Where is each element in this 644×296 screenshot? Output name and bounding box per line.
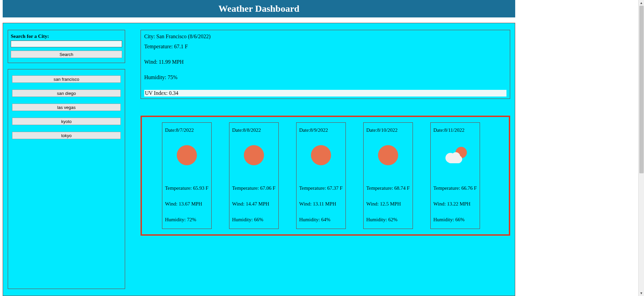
scroll-thumb[interactable] [639,6,644,173]
svg-point-3 [378,145,398,165]
current-city: City: San Francisco (8/6/2022) [144,34,506,40]
forecast-humidity: Humidity: 66% [433,217,477,223]
page-header: Weather Dashboard [3,0,515,17]
forecast-humidity: Humidity: 72% [165,217,209,223]
main-content: Search for a City: Search san francisco … [3,23,515,296]
history-item-2[interactable]: las vegas [12,104,121,111]
forecast-date: Date:8/9/2022 [299,127,343,133]
page-title: Weather Dashboard [218,3,299,14]
sun-icon [232,138,276,172]
current-weather-panel: City: San Francisco (8/6/2022) Temperatu… [141,30,510,99]
forecast-panel: Date:8/7/2022 Temperature: 65.93 F Wind:… [141,116,510,236]
svg-point-2 [311,145,331,165]
current-wind: Wind: 11.99 MPH [144,59,506,65]
current-temp: Temperature: 67.1 F [144,44,506,50]
current-uv: UV Index: 0.34 [144,90,506,97]
forecast-temp: Temperature: 68.74 F [366,185,410,191]
scroll-track[interactable] [639,6,644,290]
svg-point-1 [244,145,264,165]
forecast-date: Date:8/7/2022 [165,127,209,133]
forecast-humidity: Humidity: 66% [232,217,276,223]
forecast-card: Date:8/7/2022 Temperature: 65.93 F Wind:… [162,122,212,229]
forecast-wind: Wind: 12.5 MPH [366,201,410,207]
forecast-card: Date:8/9/2022 Temperature: 67.37 F Wind:… [296,122,346,229]
scroll-down-icon[interactable]: ▼ [639,290,644,296]
scroll-up-icon[interactable]: ▲ [639,0,644,6]
forecast-wind: Wind: 14.47 MPH [232,201,276,207]
forecast-card: Date:8/8/2022 Temperature: 67.06 F Wind:… [229,122,279,229]
forecast-temp: Temperature: 67.37 F [299,185,343,191]
forecast-wind: Wind: 13.22 MPH [433,201,477,207]
svg-rect-8 [448,158,461,163]
forecast-date: Date:8/11/2022 [433,127,477,133]
forecast-date: Date:8/8/2022 [232,127,276,133]
sun-icon [366,138,410,172]
history-item-0[interactable]: san francisco [12,75,121,83]
forecast-temp: Temperature: 66.76 F [433,185,477,191]
forecast-wind: Wind: 13.67 MPH [165,201,209,207]
forecast-humidity: Humidity: 64% [299,217,343,223]
vertical-scrollbar[interactable]: ▲ ▼ [638,0,644,296]
search-input[interactable] [11,41,122,47]
svg-point-0 [177,145,197,165]
history-item-4[interactable]: tokyo [12,132,121,139]
forecast-card: Date:8/10/2022 Temperature: 68.74 F Wind… [363,122,413,229]
search-panel: Search for a City: Search [8,30,125,63]
history-item-1[interactable]: san diego [12,90,121,97]
partly-cloudy-icon [433,138,477,172]
history-panel: san francisco san diego las vegas kyoto … [8,69,125,289]
forecast-temp: Temperature: 67.06 F [232,185,276,191]
current-humidity: Humidity: 75% [144,74,506,80]
history-item-3[interactable]: kyoto [12,118,121,125]
forecast-humidity: Humidity: 62% [366,217,410,223]
sun-icon [299,138,343,172]
forecast-card: Date:8/11/2022 Temperature: 6 [430,122,480,229]
search-button[interactable]: Search [11,51,122,58]
forecast-temp: Temperature: 65.93 F [165,185,209,191]
sun-icon [165,138,209,172]
search-label: Search for a City: [11,34,122,39]
left-column: Search for a City: Search san francisco … [8,30,125,289]
forecast-date: Date:8/10/2022 [366,127,410,133]
right-column: City: San Francisco (8/6/2022) Temperatu… [141,30,510,289]
forecast-wind: Wind: 13.11 MPH [299,201,343,207]
